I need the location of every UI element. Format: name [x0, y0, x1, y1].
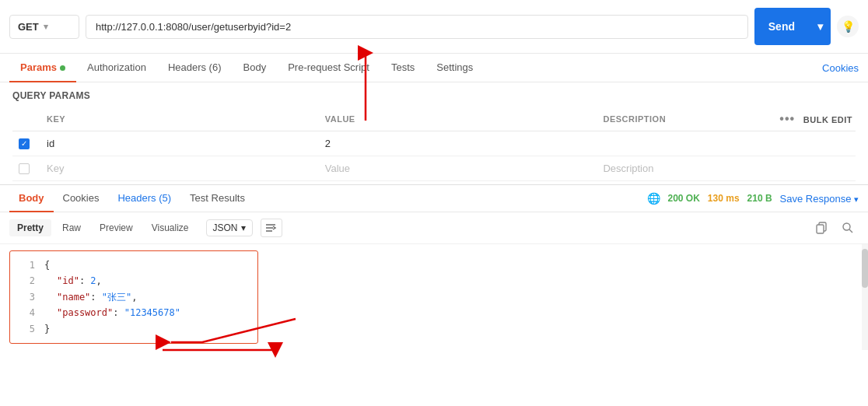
tab-body[interactable]: Body: [233, 54, 278, 82]
format-tab-preview[interactable]: Preview: [92, 219, 141, 236]
line-num-3: 3: [19, 289, 35, 305]
method-dropdown[interactable]: GET ▾: [9, 15, 79, 39]
request-tabs: Params Authorization Headers (6) Body Pr…: [0, 54, 868, 82]
status-code: 200 OK: [668, 193, 700, 204]
code-line-4: 4"password": "12345678": [19, 305, 248, 320]
response-tabs-bar: Body Cookies Headers (5) Test Results 🌐 …: [0, 185, 868, 212]
svg-rect-4: [817, 225, 824, 233]
tab-settings[interactable]: Settings: [425, 54, 484, 82]
format-tab-visualize[interactable]: Visualize: [144, 219, 197, 236]
col-value-header: VALUE: [319, 107, 597, 131]
code-line-3: 3"name": "张三",: [19, 289, 248, 305]
code-line-2: 2"id": 2,: [19, 273, 248, 289]
param-desc-id[interactable]: [597, 131, 720, 156]
method-value: GET: [18, 21, 39, 33]
col-key-header: KEY: [40, 107, 319, 131]
bulk-edit-button[interactable]: Bulk Edit: [803, 115, 852, 124]
col-check-header: [12, 107, 40, 131]
search-button[interactable]: [837, 217, 859, 239]
tab-tests[interactable]: Tests: [380, 54, 425, 82]
response-tab-test-results[interactable]: Test Results: [180, 185, 254, 212]
more-options-icon[interactable]: •••: [779, 112, 795, 125]
param-row-new: Key Value Description: [12, 156, 856, 181]
line-num-5: 5: [19, 321, 35, 337]
svg-point-5: [843, 223, 850, 230]
method-chevron: ▾: [44, 22, 48, 32]
query-params-title: Query Params: [12, 90, 856, 101]
code-line-5: 5}: [19, 321, 248, 337]
response-status: 🌐 200 OK 130 ms 210 B Save Response ▾: [647, 192, 859, 205]
wrap-icon: [265, 222, 278, 233]
format-select[interactable]: JSON ▾: [206, 219, 253, 236]
format-bar: Pretty Raw Preview Visualize JSON ▾: [0, 212, 868, 244]
tab-pre-request-script[interactable]: Pre-request Script: [277, 54, 380, 82]
tab-headers[interactable]: Headers (6): [157, 54, 233, 82]
param-value-placeholder[interactable]: Value: [325, 163, 350, 174]
save-response-chevron: ▾: [854, 194, 859, 204]
hint-icon[interactable]: 💡: [837, 16, 859, 37]
status-time: 130 ms: [708, 193, 740, 204]
line-num-2: 2: [19, 273, 35, 289]
format-tab-raw[interactable]: Raw: [54, 219, 89, 236]
param-desc-placeholder[interactable]: Description: [603, 163, 653, 174]
response-tab-body[interactable]: Body: [9, 185, 54, 212]
param-checkbox-id[interactable]: ✓: [19, 138, 30, 149]
param-row-id: ✓ id 2: [12, 131, 856, 156]
params-dot: [60, 65, 65, 71]
col-desc-header: DESCRIPTION: [597, 107, 720, 131]
response-tab-cookies[interactable]: Cookies: [54, 185, 109, 212]
right-scrollbar[interactable]: [862, 244, 868, 350]
save-response-button[interactable]: Save Response ▾: [780, 193, 859, 205]
param-value-id[interactable]: 2: [319, 131, 597, 156]
scrollbar-thumb: [862, 249, 868, 288]
param-key-id[interactable]: id: [40, 131, 319, 156]
wrap-button[interactable]: [261, 219, 282, 237]
tab-authorization[interactable]: Authorization: [76, 54, 157, 82]
send-button[interactable]: Send ▾: [754, 8, 831, 45]
param-checkbox-new[interactable]: [19, 163, 30, 174]
response-code-area: 1{ 2"id": 2, 3"name": "张三", 4"password":…: [9, 250, 258, 344]
line-num-1: 1: [19, 257, 35, 273]
cookies-button[interactable]: Cookies: [822, 62, 859, 74]
send-label: Send: [754, 14, 809, 39]
code-line-1: 1{: [19, 257, 248, 273]
copy-button[interactable]: [810, 217, 832, 239]
status-size: 210 B: [747, 193, 772, 204]
tab-params[interactable]: Params: [9, 54, 76, 82]
send-chevron[interactable]: ▾: [810, 14, 831, 39]
format-bar-actions: [810, 217, 859, 239]
format-tab-pretty[interactable]: Pretty: [9, 219, 51, 236]
url-input[interactable]: [86, 15, 748, 39]
response-tab-headers[interactable]: Headers (5): [108, 185, 180, 212]
svg-line-6: [849, 229, 852, 233]
params-table: KEY VALUE DESCRIPTION ••• Bulk Edit ✓ id: [12, 107, 856, 181]
line-num-4: 4: [19, 305, 35, 320]
param-key-placeholder[interactable]: Key: [47, 163, 64, 174]
globe-icon: 🌐: [647, 192, 660, 205]
